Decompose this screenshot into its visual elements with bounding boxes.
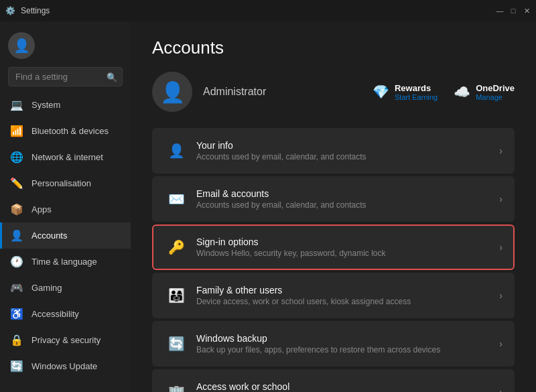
- your-info-title: Your info: [196, 140, 499, 151]
- app-title: Settings: [21, 6, 50, 15]
- sidebar-item-accessibility[interactable]: ♿ Accessibility: [0, 301, 131, 327]
- backup-icon: 🔄: [164, 332, 188, 356]
- onedrive-subtitle: Manage: [476, 93, 515, 101]
- profile-link-rewards[interactable]: 💎 Rewards Start Earning: [373, 83, 438, 101]
- sign-in-icon: 🔑: [164, 235, 188, 259]
- sidebar-item-update[interactable]: 🔄 Windows Update: [0, 353, 131, 379]
- rewards-text: Rewards Start Earning: [395, 83, 438, 101]
- sidebar-item-accounts[interactable]: 👤 Accounts: [0, 222, 131, 249]
- your-info-text: Your info Accounts used by email, calend…: [196, 140, 499, 161]
- sign-in-title: Sign-in options: [196, 237, 499, 247]
- sidebar-item-system[interactable]: 💻 System: [0, 92, 131, 118]
- profile-links: 💎 Rewards Start Earning ☁️ OneDrive Mana…: [373, 83, 515, 101]
- your-info-desc: Accounts used by email, calendar, and co…: [196, 152, 499, 161]
- profile-avatar-icon: 👤: [160, 80, 185, 104]
- sidebar-item-label-update: Windows Update: [31, 361, 97, 371]
- rewards-icon: 💎: [373, 84, 389, 100]
- sidebar-user: 👤: [0, 21, 131, 67]
- settings-item-backup[interactable]: 🔄 Windows backup Back up your files, app…: [152, 321, 515, 367]
- privacy-icon: 🔒: [10, 334, 23, 346]
- network-icon: 🌐: [10, 151, 23, 164]
- work-school-text: Access work or school Organisation resou…: [196, 381, 499, 392]
- time-icon: 🕐: [10, 255, 23, 268]
- sidebar-search-container: 🔍: [8, 67, 123, 86]
- work-school-title: Access work or school: [196, 381, 499, 392]
- family-desc: Device access, work or school users, kio…: [196, 297, 499, 306]
- onedrive-icon: ☁️: [454, 84, 470, 100]
- backup-desc: Back up your files, apps, preferences to…: [196, 345, 499, 354]
- gaming-icon: 🎮: [10, 281, 23, 294]
- sidebar-item-label-accounts: Accounts: [31, 231, 67, 241]
- work-school-chevron: ›: [499, 387, 503, 392]
- family-title: Family & other users: [196, 285, 499, 296]
- search-icon: 🔍: [107, 72, 117, 82]
- sidebar-item-apps[interactable]: 📦 Apps: [0, 196, 131, 222]
- sidebar-item-privacy[interactable]: 🔒 Privacy & security: [0, 327, 131, 353]
- sidebar-item-network[interactable]: 🌐 Network & internet: [0, 144, 131, 170]
- bluetooth-icon: 📶: [10, 125, 23, 137]
- sidebar-item-label-accessibility: Accessibility: [31, 309, 79, 319]
- sidebar-item-label-network: Network & internet: [31, 152, 103, 162]
- family-chevron: ›: [499, 290, 503, 301]
- email-accounts-desc: Accounts used by email, calendar, and co…: [196, 200, 499, 210]
- backup-title: Windows backup: [196, 333, 499, 344]
- backup-chevron: ›: [499, 338, 503, 349]
- your-info-icon: 👤: [164, 139, 188, 163]
- sidebar-item-label-privacy: Privacy & security: [31, 335, 100, 345]
- sidebar-item-label-personalisation: Personalisation: [31, 178, 91, 188]
- email-accounts-icon: ✉️: [164, 187, 188, 211]
- sidebar-item-personalisation[interactable]: ✏️ Personalisation: [0, 170, 131, 196]
- work-school-icon: 🏢: [164, 380, 188, 392]
- profile-name: Administrator: [203, 86, 266, 98]
- your-info-chevron: ›: [499, 145, 503, 156]
- settings-item-sign-in[interactable]: 🔑 Sign-in options Windows Hello, securit…: [152, 224, 515, 270]
- settings-item-your-info[interactable]: 👤 Your info Accounts used by email, cale…: [152, 128, 515, 174]
- apps-icon: 📦: [10, 203, 23, 216]
- sidebar: 👤 🔍 💻 System 📶 Bluetooth & devices 🌐 Net…: [0, 21, 131, 392]
- system-icon: 💻: [10, 99, 23, 111]
- avatar-icon: 👤: [13, 38, 30, 54]
- sign-in-chevron: ›: [499, 242, 503, 253]
- page-title: Accounts: [152, 38, 515, 58]
- accounts-icon: 👤: [10, 229, 23, 242]
- email-accounts-title: Email & accounts: [196, 188, 499, 199]
- sidebar-item-label-system: System: [31, 100, 60, 110]
- app-container: 👤 🔍 💻 System 📶 Bluetooth & devices 🌐 Net…: [0, 21, 536, 392]
- personalisation-icon: ✏️: [10, 177, 23, 190]
- backup-text: Windows backup Back up your files, apps,…: [196, 333, 499, 354]
- sign-in-text: Sign-in options Windows Hello, security …: [196, 237, 499, 258]
- close-button[interactable]: ✕: [523, 7, 531, 15]
- onedrive-text: OneDrive Manage: [476, 83, 515, 101]
- sidebar-item-time[interactable]: 🕐 Time & language: [0, 249, 131, 275]
- family-text: Family & other users Device access, work…: [196, 285, 499, 306]
- accessibility-icon: ♿: [10, 308, 23, 320]
- sign-in-desc: Windows Hello, security key, password, d…: [196, 249, 499, 258]
- profile-avatar: 👤: [152, 72, 192, 112]
- titlebar-left: ⚙️ Settings: [5, 6, 50, 15]
- sidebar-nav: 💻 System 📶 Bluetooth & devices 🌐 Network…: [0, 92, 131, 392]
- sidebar-item-label-gaming: Gaming: [31, 283, 62, 293]
- settings-item-family[interactable]: 👨‍👩‍👧 Family & other users Device access…: [152, 273, 515, 318]
- minimize-button[interactable]: —: [496, 7, 504, 15]
- settings-list: 👤 Your info Accounts used by email, cale…: [152, 128, 515, 392]
- main-content: Accounts 👤 Administrator 💎 Rewards Start…: [131, 21, 536, 392]
- sidebar-avatar: 👤: [8, 32, 35, 59]
- settings-item-email-accounts[interactable]: ✉️ Email & accounts Accounts used by ema…: [152, 176, 515, 222]
- sidebar-item-label-time: Time & language: [31, 257, 97, 267]
- family-icon: 👨‍👩‍👧: [164, 283, 188, 308]
- sidebar-item-gaming[interactable]: 🎮 Gaming: [0, 275, 131, 301]
- profile-link-onedrive[interactable]: ☁️ OneDrive Manage: [454, 83, 515, 101]
- titlebar-controls: — □ ✕: [496, 7, 531, 15]
- maximize-button[interactable]: □: [509, 7, 517, 15]
- update-icon: 🔄: [10, 360, 23, 373]
- settings-item-work-school[interactable]: 🏢 Access work or school Organisation res…: [152, 369, 515, 392]
- sidebar-item-label-apps: Apps: [31, 204, 52, 214]
- email-accounts-chevron: ›: [499, 194, 503, 204]
- email-accounts-text: Email & accounts Accounts used by email,…: [196, 188, 499, 210]
- sidebar-item-label-bluetooth: Bluetooth & devices: [31, 126, 109, 136]
- user-profile: 👤 Administrator 💎 Rewards Start Earning …: [152, 72, 515, 112]
- rewards-subtitle: Start Earning: [395, 93, 438, 101]
- search-input[interactable]: [8, 67, 123, 86]
- sidebar-item-bluetooth[interactable]: 📶 Bluetooth & devices: [0, 118, 131, 144]
- rewards-title: Rewards: [395, 83, 438, 93]
